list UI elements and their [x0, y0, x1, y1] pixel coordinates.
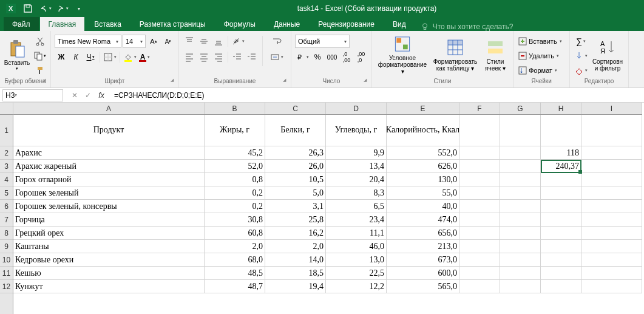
cell[interactable]: 673,0: [387, 253, 459, 267]
tab-view[interactable]: Вид: [384, 17, 415, 31]
merge-button[interactable]: [266, 50, 287, 64]
cell[interactable]: [541, 280, 581, 293]
cell[interactable]: Калорийность, Ккал: [387, 115, 459, 146]
cell[interactable]: [541, 227, 581, 240]
align-top-button[interactable]: [183, 35, 196, 48]
cell[interactable]: Горчица: [13, 213, 205, 227]
cells-area[interactable]: Продукт Жиры, г Белки, г Углеводы, г Кал…: [13, 115, 642, 314]
cell[interactable]: 46,0: [326, 240, 387, 253]
cell[interactable]: 9,9: [326, 146, 387, 160]
col-header-C[interactable]: C: [265, 103, 326, 114]
cell[interactable]: [541, 173, 581, 186]
cell[interactable]: [541, 240, 581, 253]
row-header[interactable]: 7: [0, 213, 13, 227]
cell[interactable]: 22,5: [326, 267, 387, 280]
cell[interactable]: 11,1: [326, 227, 387, 240]
enter-icon[interactable]: ✓: [83, 90, 93, 101]
cell[interactable]: [500, 160, 541, 173]
cell[interactable]: [581, 160, 642, 173]
cell[interactable]: 25,8: [265, 213, 326, 227]
font-name-combo[interactable]: Times New Roma: [55, 35, 121, 48]
sort-filter-button[interactable]: AЯ Сортировн и фильтр: [591, 35, 625, 75]
row-header[interactable]: 11: [0, 267, 13, 280]
cell[interactable]: 14,0: [265, 253, 326, 267]
currency-button[interactable]: ₽: [295, 50, 310, 64]
format-painter-button[interactable]: [33, 64, 47, 77]
cell[interactable]: 23,4: [326, 213, 387, 227]
cell[interactable]: [581, 253, 642, 267]
cell[interactable]: [581, 186, 642, 200]
orientation-button[interactable]: ab: [231, 35, 245, 48]
cell[interactable]: 26,0: [265, 160, 326, 173]
cell[interactable]: Горох отварной: [13, 173, 205, 186]
cell[interactable]: 552,0: [387, 146, 459, 160]
qat-customize-icon[interactable]: ▾: [72, 2, 86, 15]
italic-button[interactable]: К: [69, 50, 83, 64]
cell[interactable]: [459, 160, 500, 173]
row-header[interactable]: 1: [0, 115, 13, 146]
cell[interactable]: [459, 213, 500, 227]
col-header-F[interactable]: F: [459, 103, 500, 114]
font-size-combo[interactable]: 14: [123, 35, 146, 48]
tab-layout[interactable]: Разметка страницы: [131, 17, 214, 31]
cell[interactable]: [500, 213, 541, 227]
col-header-A[interactable]: A: [13, 103, 205, 114]
format-cells-button[interactable]: Формат: [517, 64, 566, 77]
cell[interactable]: 0,2: [205, 200, 265, 213]
cell[interactable]: [459, 115, 500, 146]
cell[interactable]: Горошек зеленый: [13, 186, 205, 200]
row-header[interactable]: 8: [0, 227, 13, 240]
row-header[interactable]: 6: [0, 200, 13, 213]
cell[interactable]: 12,2: [326, 280, 387, 293]
name-box[interactable]: H3: [2, 89, 63, 101]
col-header-B[interactable]: B: [205, 103, 265, 114]
borders-button[interactable]: [103, 50, 117, 64]
file-tab[interactable]: Файл: [4, 17, 39, 31]
cell[interactable]: [541, 267, 581, 280]
cell[interactable]: [500, 267, 541, 280]
row-header[interactable]: 10: [0, 253, 13, 267]
cell[interactable]: 48,5: [205, 267, 265, 280]
delete-cells-button[interactable]: Удалить: [517, 49, 566, 63]
cell[interactable]: 626,0: [387, 160, 459, 173]
redo-icon[interactable]: ▾: [55, 2, 69, 15]
cell[interactable]: Кунжут: [13, 280, 205, 293]
decrease-indent-button[interactable]: [231, 50, 244, 64]
row-header[interactable]: 5: [0, 186, 13, 200]
cell[interactable]: 45,2: [205, 146, 265, 160]
cell[interactable]: Жиры, г: [205, 115, 265, 146]
cell[interactable]: Каштаны: [13, 240, 205, 253]
insert-cells-button[interactable]: Вставить: [517, 35, 566, 48]
align-middle-button[interactable]: [197, 35, 211, 48]
cell[interactable]: 5,0: [265, 186, 326, 200]
bold-button[interactable]: Ж: [55, 50, 68, 64]
cell[interactable]: 55,0: [387, 186, 459, 200]
increase-decimal-button[interactable]: ,0,00: [340, 50, 353, 64]
cell[interactable]: Арахис: [13, 146, 205, 160]
cell[interactable]: 118: [541, 146, 581, 160]
cell[interactable]: 10,5: [265, 173, 326, 186]
cell[interactable]: [500, 186, 541, 200]
cell-styles-button[interactable]: Стили ячеек ▾: [481, 35, 509, 75]
undo-icon[interactable]: ▾: [38, 2, 52, 15]
cell[interactable]: 3,1: [265, 200, 326, 213]
wrap-text-button[interactable]: [269, 35, 285, 48]
col-header-D[interactable]: D: [326, 103, 387, 114]
cell[interactable]: 6,5: [326, 200, 387, 213]
tab-insert[interactable]: Вставка: [86, 17, 130, 31]
cell[interactable]: [459, 267, 500, 280]
select-all-corner[interactable]: [0, 103, 13, 115]
cell[interactable]: 213,0: [387, 240, 459, 253]
cell[interactable]: [459, 253, 500, 267]
tab-home[interactable]: Главная: [40, 17, 85, 31]
cell[interactable]: 20,4: [326, 173, 387, 186]
clear-button[interactable]: [574, 64, 588, 77]
cell[interactable]: Кешью: [13, 267, 205, 280]
col-header-E[interactable]: E: [387, 103, 459, 114]
cell[interactable]: [541, 200, 581, 213]
fx-icon[interactable]: fx: [96, 90, 107, 101]
number-format-combo[interactable]: Общий: [295, 35, 350, 48]
cell[interactable]: [581, 280, 642, 293]
cell[interactable]: 0,8: [205, 173, 265, 186]
cell[interactable]: [581, 146, 642, 160]
